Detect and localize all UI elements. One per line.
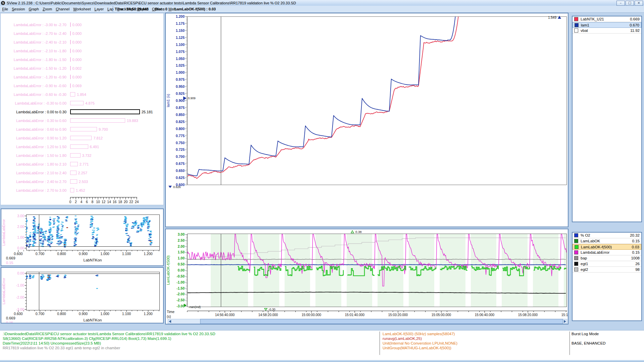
svg-text:0.650: 0.650 bbox=[176, 169, 185, 173]
legend-row-lambdalaberror[interactable]: LambdaLabError0.15 bbox=[573, 250, 641, 255]
svg-text:0.675: 0.675 bbox=[176, 162, 185, 166]
time-scrollbar-thumb[interactable] bbox=[200, 319, 563, 324]
svg-text:1.00: 1.00 bbox=[17, 235, 24, 239]
legend-row-egt1[interactable]: egt126 bbox=[573, 261, 641, 267]
histogram-row-12[interactable]: LambdaLabError : 0.60 to 0.909.700 bbox=[1, 126, 164, 134]
bottom-chart-panel[interactable]: 3.002.502.001.501.000.500.00-0.50-1.00-1… bbox=[165, 229, 568, 324]
svg-text:Time: Time bbox=[167, 310, 175, 314]
svg-text:2.00: 2.00 bbox=[178, 244, 185, 248]
svg-text:-1.00: -1.00 bbox=[177, 280, 185, 284]
histogram-row-16[interactable]: LambdaLabError : 1.80 to 2.102.771 bbox=[1, 161, 164, 169]
menu-bar: FileSessionGraphZoomChannelWorksheetLaye… bbox=[0, 6, 644, 13]
svg-text:1.050: 1.050 bbox=[176, 57, 185, 61]
histogram-row-9[interactable]: LambdaLabError : -0.30 to 0.004.875 bbox=[1, 100, 164, 108]
histogram-row-2[interactable]: LambdaLabError : -2.40 to -2.100.000 bbox=[1, 39, 164, 47]
histogram-row-4[interactable]: LambdaLabError : -1.80 to -1.500.000 bbox=[1, 56, 164, 64]
histogram-row-7[interactable]: LambdaLabError : -0.90 to -0.600.069 bbox=[1, 82, 164, 90]
svg-text:0.15: 0.15 bbox=[6, 321, 13, 323]
svg-text:-3.00: -3.00 bbox=[177, 304, 185, 308]
legend-row-vbat[interactable]: vbat11.92 bbox=[573, 28, 641, 34]
svg-text:0.625: 0.625 bbox=[176, 176, 185, 180]
main-chart[interactable]: 1.2001.1751.1501.1251.1001.0751.0501.025… bbox=[166, 13, 568, 227]
legend-row-lamlabok[interactable]: LamLabOK0.15 bbox=[573, 238, 641, 244]
maximize-button[interactable]: □ bbox=[626, 1, 634, 6]
legend-row-egt2[interactable]: egt298 bbox=[573, 267, 641, 273]
status-line: S8(13660) Cal(RICESP-RR258-NTKcalibratio… bbox=[3, 337, 171, 341]
channel-name: vbat bbox=[581, 28, 630, 33]
histogram-row-1[interactable]: LambdaLabError : -2.70 to -2.400.000 bbox=[1, 30, 164, 38]
svg-text:0.669: 0.669 bbox=[6, 256, 15, 260]
status-line: Unit(Internal No Converstion LPUnit,NONE… bbox=[383, 341, 457, 345]
histogram-row-19[interactable]: LambdaLabError : 2.70 to 3.001.452 bbox=[1, 187, 164, 195]
menu-items: FileSessionGraphZoomChannelWorksheetLaye… bbox=[0, 6, 179, 12]
histogram-row-13[interactable]: LambdaLabError : 0.90 to 1.207.812 bbox=[1, 135, 164, 143]
channel-name: egt2 bbox=[581, 267, 635, 272]
menu-item-layer[interactable]: Layer bbox=[93, 6, 106, 12]
menu-item-file[interactable]: File bbox=[0, 6, 10, 12]
histogram-row-label: LambdaLabError : 1.20 to 1.50 bbox=[1, 145, 66, 149]
svg-text:-0.30: -0.30 bbox=[268, 308, 276, 311]
svg-text:15:03:20.000: 15:03:20.000 bbox=[388, 313, 408, 317]
svg-text:(s): (s) bbox=[167, 314, 171, 318]
legend-row--o2[interactable]: % O220.32 bbox=[573, 233, 641, 238]
histogram-row-value: 7.812 bbox=[93, 136, 103, 140]
scatter-plot-upper-panel[interactable]: 0.6000.7000.8000.9001.0001.1001.2000.001… bbox=[1, 208, 164, 266]
svg-text:1.000: 1.000 bbox=[176, 70, 185, 74]
menu-item-session[interactable]: Session bbox=[10, 6, 27, 12]
svg-text:0.00: 0.00 bbox=[17, 246, 24, 250]
svg-text:1.200: 1.200 bbox=[176, 14, 185, 18]
channel-color-swatch bbox=[574, 233, 578, 237]
histogram-row-18[interactable]: LambdaLabError : 2.40 to 2.702.503 bbox=[1, 178, 164, 186]
title-bar: S SView 2.15.238 : C:\Users\Public\Docum… bbox=[0, 0, 644, 6]
menu-item-graph[interactable]: Graph bbox=[27, 6, 41, 12]
scatter-plot-lower-panel[interactable]: 0.6000.7000.8000.9001.0001.1001.2000.00-… bbox=[1, 267, 164, 323]
histogram-row-15[interactable]: LambdaLabError : 1.50 to 1.803.732 bbox=[1, 152, 164, 160]
svg-text:0.909: 0.909 bbox=[188, 97, 196, 100]
menu-item-lap[interactable]: Lap bbox=[106, 6, 115, 12]
main-chart-panel[interactable]: 1.2001.1751.1501.1251.1001.0751.0501.025… bbox=[165, 13, 568, 227]
histogram-row-5[interactable]: LambdaLabError : -1.50 to -1.200.002 bbox=[1, 65, 164, 73]
svg-text:0.850: 0.850 bbox=[176, 113, 185, 117]
legend-row-lam1[interactable]: lam10.670 bbox=[573, 22, 641, 28]
histogram-row-14[interactable]: LambdaLabError : 1.20 to 1.506.491 bbox=[1, 143, 164, 152]
channel-name: LabNTK_U21 bbox=[581, 17, 630, 21]
legend-row-labntk-u21[interactable]: LabNTK_U210.669 bbox=[573, 16, 641, 22]
histogram-row-label: LambdaLabError : -1.50 to -1.20 bbox=[1, 66, 66, 70]
bottom-chart[interactable]: 3.002.502.001.501.000.500.00-0.50-1.00-1… bbox=[166, 229, 568, 324]
svg-text:LamLabOK-f(500): LamLabOK-f(500) bbox=[166, 255, 170, 285]
channel-value: 11.92 bbox=[630, 28, 640, 33]
close-button[interactable]: × bbox=[635, 1, 643, 6]
svg-text:1.150: 1.150 bbox=[176, 28, 185, 33]
histogram-row-3[interactable]: LambdaLabError : -2.10 to -1.800.000 bbox=[1, 48, 164, 56]
channel-name: bap bbox=[581, 256, 631, 260]
legend-row-bap[interactable]: bap1008 bbox=[573, 255, 641, 261]
histogram-row-8[interactable]: LambdaLabError : -0.60 to -0.301.854 bbox=[1, 91, 164, 99]
scatter-plot-upper[interactable]: 0.6000.7000.8000.9001.0001.1001.2000.001… bbox=[1, 209, 163, 265]
histogram-row-bar bbox=[70, 83, 71, 88]
histogram-row-11[interactable]: LambdaLabError : 0.30 to 0.6019.883 bbox=[1, 117, 164, 125]
svg-text:0.900: 0.900 bbox=[79, 312, 88, 316]
svg-text:1.175: 1.175 bbox=[176, 21, 185, 25]
menu-item-channel[interactable]: Channel bbox=[54, 6, 71, 12]
menu-item-zoom[interactable]: Zoom bbox=[41, 6, 54, 12]
status-line: UnitGroup(MATHUG-LamLabOK-f(500)) bbox=[383, 346, 451, 350]
histogram-row-bar bbox=[70, 171, 77, 175]
histogram-row-10[interactable]: LambdaLabError : 0.00 to 0.3025.181 bbox=[1, 109, 164, 117]
minimize-button[interactable]: – bbox=[616, 1, 625, 6]
histogram-row-17[interactable]: LambdaLabError : 2.10 to 2.402.257 bbox=[1, 170, 164, 178]
svg-text:1.025: 1.025 bbox=[176, 63, 185, 67]
histogram-row-bar bbox=[70, 66, 71, 70]
scatter-plot-lower[interactable]: 0.6000.7000.8000.9001.0001.1001.2000.00-… bbox=[1, 268, 163, 323]
histogram-row-0[interactable]: LambdaLabError : -3.00 to -2.700.000 bbox=[1, 21, 164, 29]
svg-text:-2.50: -2.50 bbox=[177, 298, 185, 302]
svg-text:0.50: 0.50 bbox=[178, 262, 185, 266]
histogram-row-bar bbox=[70, 22, 71, 27]
histogram-row-bar bbox=[70, 75, 71, 79]
histogram-row-label: LambdaLabError : -0.30 to 0.00 bbox=[1, 101, 66, 105]
channel-name: LamLabOK bbox=[581, 239, 632, 243]
svg-text:0.669: 0.669 bbox=[6, 316, 15, 320]
histogram-row-6[interactable]: LambdaLabError : -1.20 to -0.900.000 bbox=[1, 74, 164, 82]
menu-item-worksheet[interactable]: Worksheet bbox=[71, 6, 93, 12]
channel-value: 0.15 bbox=[632, 250, 640, 254]
legend-row-lamlabok-f-500-[interactable]: LamLabOK-f(500)0.03 bbox=[573, 244, 641, 250]
